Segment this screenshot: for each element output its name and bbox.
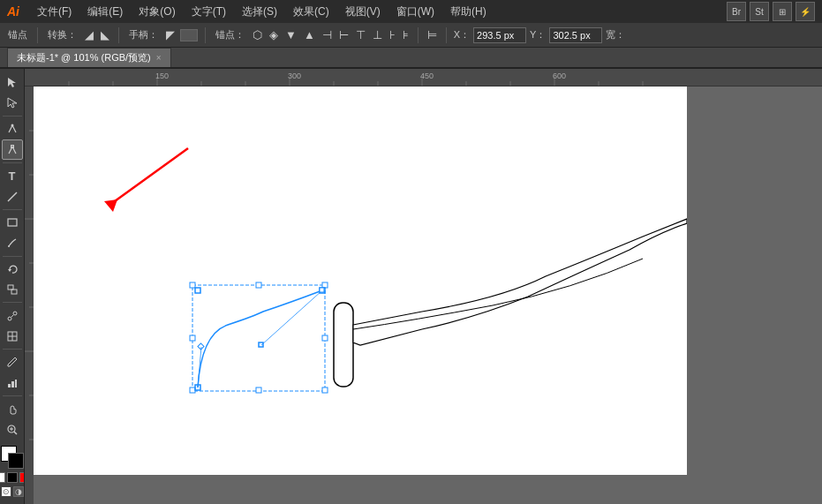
svg-rect-62 — [195, 288, 200, 293]
handle-icon1[interactable]: ◤ — [164, 28, 177, 41]
menu-view[interactable]: 视图(V) — [340, 3, 386, 21]
svg-rect-53 — [256, 282, 261, 288]
bridge-btn[interactable]: Br — [727, 2, 746, 21]
menu-window[interactable]: 窗口(W) — [391, 3, 440, 21]
document-tab[interactable]: 未标题-1* @ 101% (RGB/预览) × — [7, 48, 171, 67]
color-box-area: ⊙ ◑ — [0, 446, 25, 500]
canvas-area[interactable]: 150 300 450 600 — [25, 69, 822, 504]
graph-tool-btn[interactable] — [2, 373, 23, 393]
anchor-point-tool-btn[interactable] — [2, 139, 23, 160]
anchor-icon2[interactable]: ◈ — [268, 28, 280, 41]
left-toolbar: T — [0, 69, 25, 504]
direct-selection-tool-btn[interactable] — [2, 93, 23, 112]
pencil-tool-btn[interactable] — [2, 233, 23, 252]
convert-label: 转换： — [45, 28, 79, 41]
anchor-label: 锚点 — [5, 28, 30, 41]
anchor-icon4[interactable]: ▲ — [302, 28, 317, 41]
ruler-left — [25, 87, 34, 504]
stock-btn[interactable]: St — [750, 2, 769, 21]
toggle-screen-mode[interactable]: ⊙ — [1, 486, 11, 497]
convert-smooth-icon[interactable]: ◣ — [99, 28, 111, 41]
svg-line-12 — [11, 315, 13, 317]
background-color[interactable] — [8, 453, 24, 469]
handle-color-btn[interactable] — [180, 29, 198, 41]
sep4 — [418, 27, 419, 43]
menu-effect[interactable]: 效果(C) — [288, 3, 335, 21]
y-input[interactable] — [549, 27, 602, 43]
align-top-icon[interactable]: ⊥ — [371, 28, 384, 41]
scale-tool-btn[interactable] — [2, 280, 23, 299]
menu-file[interactable]: 文件(F) — [32, 3, 77, 21]
svg-text:600: 600 — [553, 71, 566, 80]
main-layout: T — [0, 69, 822, 504]
color-none[interactable] — [0, 472, 5, 483]
svg-rect-42 — [25, 87, 34, 504]
anchor-icon1[interactable]: ⬡ — [251, 28, 264, 41]
x-input[interactable] — [473, 27, 526, 43]
canvas-svg — [34, 87, 687, 475]
ruler-top: 150 300 450 600 — [25, 69, 822, 87]
svg-rect-67 — [320, 288, 324, 292]
svg-rect-9 — [11, 290, 17, 294]
anchor-icon3[interactable]: ▼ — [283, 28, 298, 41]
svg-line-4 — [8, 192, 17, 201]
svg-rect-59 — [322, 387, 328, 393]
sep1 — [37, 27, 38, 43]
svg-rect-68 — [334, 303, 353, 387]
grid-btn[interactable]: ⊞ — [773, 2, 792, 21]
tab-label: 未标题-1* @ 101% (RGB/预览) — [17, 51, 151, 64]
convert-corner-icon[interactable]: ◢ — [83, 28, 95, 41]
zoom-tool-btn[interactable] — [2, 420, 23, 440]
svg-rect-5 — [8, 219, 17, 226]
width-label: 宽： — [606, 28, 625, 41]
svg-text:150: 150 — [155, 71, 169, 80]
line-tool-btn[interactable] — [2, 186, 23, 206]
menu-help[interactable]: 帮助(H) — [445, 3, 492, 21]
selection-tool-btn[interactable] — [2, 72, 23, 92]
menu-object[interactable]: 对象(O) — [133, 3, 180, 21]
svg-marker-0 — [8, 78, 16, 87]
svg-point-11 — [13, 312, 17, 315]
align-left-icon[interactable]: ⊣ — [321, 28, 334, 41]
svg-point-10 — [8, 317, 11, 320]
eyedropper-tool-btn[interactable] — [2, 352, 23, 372]
title-bar: Ai 文件(F) 编辑(E) 对象(O) 文字(T) 选择(S) 效果(C) 视… — [0, 0, 822, 23]
color-swatches[interactable] — [1, 446, 24, 469]
svg-line-20 — [14, 432, 17, 434]
sep2 — [118, 27, 119, 43]
align-center-icon[interactable]: ⊢ — [337, 28, 351, 41]
svg-point-2 — [11, 124, 13, 127]
toolbar-divider-3 — [3, 209, 22, 210]
svg-rect-55 — [190, 335, 195, 341]
sep5 — [446, 27, 447, 43]
menu-edit[interactable]: 编辑(E) — [82, 3, 128, 21]
align-right-icon[interactable]: ⊤ — [354, 28, 367, 41]
toggle-view[interactable]: ◑ — [13, 486, 24, 497]
color-black[interactable] — [7, 472, 18, 483]
pen-tool-btn[interactable] — [2, 119, 23, 139]
svg-rect-57 — [190, 387, 195, 393]
menu-type[interactable]: 文字(T) — [186, 3, 231, 21]
rotate-tool-btn[interactable] — [2, 260, 23, 279]
align-bottom-icon[interactable]: ⊧ — [401, 28, 411, 41]
toolbar-divider-5 — [3, 302, 22, 303]
svg-rect-52 — [190, 282, 195, 288]
rectangle-tool-btn[interactable] — [2, 213, 23, 232]
blend-tool-btn[interactable] — [2, 305, 23, 325]
hand-tool-btn[interactable] — [2, 399, 23, 418]
tab-bar: 未标题-1* @ 101% (RGB/预览) × — [0, 48, 822, 69]
sync-btn[interactable]: ⚡ — [796, 2, 815, 21]
toolbar-divider-7 — [3, 395, 22, 396]
align-middle-icon[interactable]: ⊦ — [388, 28, 397, 41]
type-tool-btn[interactable]: T — [2, 166, 23, 185]
toolbar-divider-6 — [3, 349, 22, 350]
svg-rect-63 — [259, 342, 263, 347]
svg-rect-16 — [8, 384, 11, 387]
svg-line-65 — [261, 290, 322, 345]
canvas-document[interactable] — [34, 87, 687, 475]
menu-select[interactable]: 选择(S) — [237, 3, 283, 21]
svg-rect-58 — [256, 387, 261, 393]
distribute-icon[interactable]: ⊨ — [426, 28, 439, 41]
tab-close-btn[interactable]: × — [156, 53, 162, 63]
mesh-tool-btn[interactable] — [2, 327, 23, 346]
